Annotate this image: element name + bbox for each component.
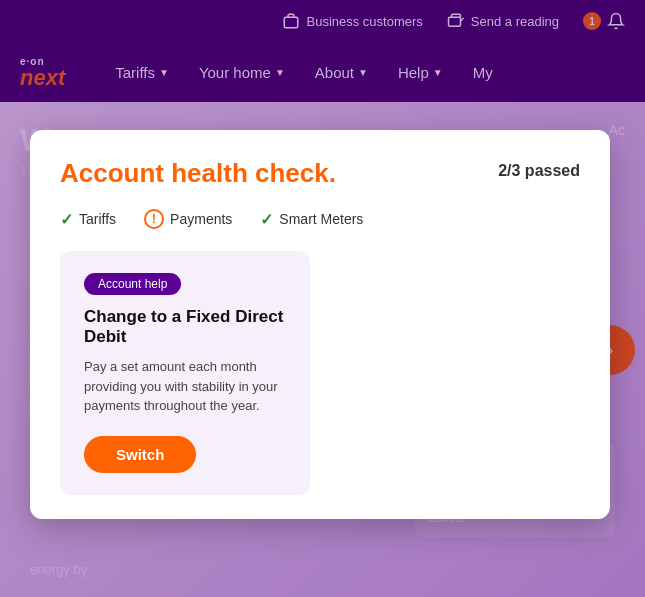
modal-title: Account health check. xyxy=(60,158,336,189)
account-help-card: Account help Change to a Fixed Direct De… xyxy=(60,251,310,495)
check-smart-meters-label: Smart Meters xyxy=(279,211,363,227)
switch-button[interactable]: Switch xyxy=(84,436,196,473)
check-payments-label: Payments xyxy=(170,211,232,227)
check-smart-meters: ✓ Smart Meters xyxy=(260,210,363,229)
health-check-modal: Account health check. 2/3 passed ✓ Tarif… xyxy=(30,130,610,519)
check-payments: ! Payments xyxy=(144,209,232,229)
check-pass-icon: ✓ xyxy=(60,210,73,229)
modal-passed: 2/3 passed xyxy=(498,162,580,180)
card-badge: Account help xyxy=(84,273,181,295)
card-title: Change to a Fixed Direct Debit xyxy=(84,307,286,347)
check-smart-meters-pass-icon: ✓ xyxy=(260,210,273,229)
modal-header: Account health check. 2/3 passed xyxy=(60,158,580,189)
check-tariffs-label: Tariffs xyxy=(79,211,116,227)
card-description: Pay a set amount each month providing yo… xyxy=(84,357,286,416)
modal-checks: ✓ Tariffs ! Payments ✓ Smart Meters xyxy=(60,209,580,229)
check-tariffs: ✓ Tariffs xyxy=(60,210,116,229)
check-warning-icon: ! xyxy=(144,209,164,229)
